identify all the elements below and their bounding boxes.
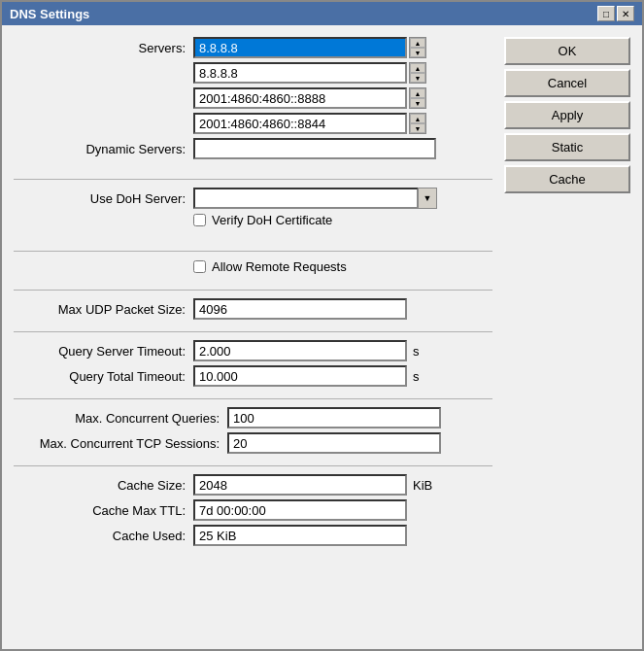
verify-doh-row: Verify DoH Certificate bbox=[193, 213, 492, 227]
cache-size-input[interactable] bbox=[193, 474, 407, 496]
cache-size-row: Cache Size: KiB bbox=[14, 474, 492, 496]
spinner-down-3[interactable]: ▼ bbox=[410, 98, 425, 108]
doh-input[interactable] bbox=[193, 188, 419, 209]
server-row-3: ▲ ▼ bbox=[14, 87, 492, 109]
right-panel: OK Cancel Apply Static Cache bbox=[504, 37, 630, 637]
maximize-button[interactable]: □ bbox=[597, 6, 615, 21]
spinner-down-4[interactable]: ▼ bbox=[410, 123, 425, 133]
max-concurrent-tcp-input[interactable] bbox=[227, 432, 441, 454]
static-button[interactable]: Static bbox=[504, 133, 630, 161]
max-concurrent-tcp-row: Max. Concurrent TCP Sessions: bbox=[14, 432, 492, 454]
cache-used-row: Cache Used: bbox=[14, 525, 492, 546]
separator-4 bbox=[14, 331, 492, 332]
max-concurrent-queries-row: Max. Concurrent Queries: bbox=[14, 407, 492, 428]
doh-dropdown-container: ▼ bbox=[193, 188, 437, 209]
title-bar-controls: □ ✕ bbox=[597, 6, 634, 21]
separator-5 bbox=[14, 398, 492, 399]
spinner-up-4[interactable]: ▲ bbox=[410, 114, 425, 123]
use-doh-row: Use DoH Server: ▼ bbox=[14, 188, 492, 209]
window-body: Servers: ▲ ▼ ▲ ▼ bbox=[2, 25, 642, 649]
servers-label: Servers: bbox=[14, 41, 193, 55]
allow-remote-label: Allow Remote Requests bbox=[212, 259, 347, 274]
close-button[interactable]: ✕ bbox=[617, 6, 634, 21]
cache-used-label: Cache Used: bbox=[14, 529, 193, 543]
server-3-spinner: ▲ ▼ bbox=[193, 87, 426, 109]
server-1-spinner: ▲ ▼ bbox=[193, 37, 426, 58]
dynamic-servers-row: Dynamic Servers: bbox=[14, 138, 492, 159]
main-content: Servers: ▲ ▼ ▲ ▼ bbox=[14, 37, 492, 637]
query-server-timeout-row: Query Server Timeout: s bbox=[14, 340, 492, 361]
cancel-button[interactable]: Cancel bbox=[504, 69, 630, 97]
cache-size-unit: KiB bbox=[413, 478, 432, 493]
max-concurrent-queries-input[interactable] bbox=[227, 407, 441, 428]
separator-1 bbox=[14, 179, 492, 180]
server-1-spinner-btn[interactable]: ▲ ▼ bbox=[409, 37, 426, 58]
cache-max-ttl-label: Cache Max TTL: bbox=[14, 503, 193, 518]
cache-max-ttl-input[interactable] bbox=[193, 499, 407, 521]
cache-button[interactable]: Cache bbox=[504, 165, 630, 193]
max-udp-label: Max UDP Packet Size: bbox=[14, 302, 193, 317]
server-2-spinner-btn[interactable]: ▲ ▼ bbox=[409, 62, 426, 84]
use-doh-label: Use DoH Server: bbox=[14, 191, 193, 206]
query-total-timeout-row: Query Total Timeout: s bbox=[14, 365, 492, 387]
title-bar: DNS Settings □ ✕ bbox=[2, 2, 642, 25]
doh-section: Use DoH Server: ▼ Verify DoH Certificate bbox=[14, 188, 492, 235]
query-server-timeout-label: Query Server Timeout: bbox=[14, 344, 193, 359]
query-total-timeout-unit: s bbox=[413, 369, 420, 384]
query-total-timeout-input[interactable] bbox=[193, 365, 407, 387]
server-2-input[interactable] bbox=[193, 62, 407, 84]
verify-doh-label: Verify DoH Certificate bbox=[212, 213, 332, 227]
spinner-up-3[interactable]: ▲ bbox=[410, 88, 425, 98]
dynamic-servers-input[interactable] bbox=[193, 138, 436, 159]
verify-doh-checkbox[interactable] bbox=[193, 214, 206, 226]
server-2-spinner: ▲ ▼ bbox=[193, 62, 426, 84]
server-row-2: ▲ ▼ bbox=[14, 62, 492, 84]
apply-button[interactable]: Apply bbox=[504, 101, 630, 129]
spinner-down-1[interactable]: ▼ bbox=[410, 48, 425, 57]
server-1-input[interactable] bbox=[193, 37, 407, 58]
server-3-input[interactable] bbox=[193, 87, 407, 109]
server-row-1: Servers: ▲ ▼ bbox=[14, 37, 492, 58]
max-udp-row: Max UDP Packet Size: bbox=[14, 298, 492, 320]
query-server-timeout-input[interactable] bbox=[193, 340, 407, 361]
query-server-timeout-unit: s bbox=[413, 344, 420, 359]
server-3-spinner-btn[interactable]: ▲ ▼ bbox=[409, 87, 426, 109]
allow-remote-row: Allow Remote Requests bbox=[193, 259, 492, 274]
main-window: DNS Settings □ ✕ Servers: ▲ ▼ bbox=[0, 0, 644, 651]
ok-button[interactable]: OK bbox=[504, 37, 630, 65]
spinner-up-2[interactable]: ▲ bbox=[410, 63, 425, 73]
spinner-up-1[interactable]: ▲ bbox=[410, 38, 425, 48]
server-4-spinner: ▲ ▼ bbox=[193, 113, 426, 134]
max-udp-input[interactable] bbox=[193, 298, 407, 320]
cache-size-label: Cache Size: bbox=[14, 478, 193, 493]
max-concurrent-tcp-label: Max. Concurrent TCP Sessions: bbox=[14, 436, 227, 451]
separator-6 bbox=[14, 465, 492, 466]
servers-section: Servers: ▲ ▼ ▲ ▼ bbox=[14, 37, 492, 163]
doh-dropdown-arrow[interactable]: ▼ bbox=[418, 188, 437, 209]
cache-max-ttl-row: Cache Max TTL: bbox=[14, 499, 492, 521]
server-row-4: ▲ ▼ bbox=[14, 113, 492, 134]
dynamic-servers-label: Dynamic Servers: bbox=[14, 142, 193, 156]
separator-2 bbox=[14, 251, 492, 252]
max-concurrent-queries-label: Max. Concurrent Queries: bbox=[14, 411, 227, 426]
server-4-spinner-btn[interactable]: ▲ ▼ bbox=[409, 113, 426, 134]
server-4-input[interactable] bbox=[193, 113, 407, 134]
separator-3 bbox=[14, 290, 492, 291]
cache-used-input[interactable] bbox=[193, 525, 407, 546]
window-title: DNS Settings bbox=[10, 7, 89, 21]
spinner-down-2[interactable]: ▼ bbox=[410, 73, 425, 83]
query-total-timeout-label: Query Total Timeout: bbox=[14, 369, 193, 384]
allow-remote-checkbox[interactable] bbox=[193, 260, 206, 273]
